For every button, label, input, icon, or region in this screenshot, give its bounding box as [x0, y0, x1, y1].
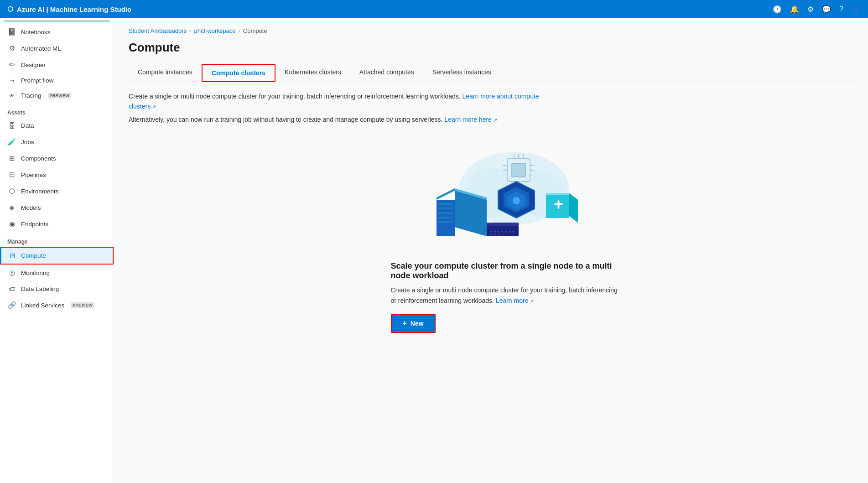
svg-rect-20 [438, 221, 453, 223]
description-1: Create a single or multi node compute cl… [129, 91, 539, 112]
page-title: Compute [129, 41, 853, 55]
gear-icon[interactable]: ⚙ [807, 5, 814, 14]
clock-icon[interactable]: 🕐 [773, 5, 782, 14]
svg-point-40 [494, 234, 496, 235]
sidebar-item-models[interactable]: ◈ Models [0, 199, 114, 216]
new-button-label: New [411, 320, 424, 327]
designer-icon: ✏ [7, 61, 16, 69]
data-icon: 🗄 [7, 122, 16, 130]
svg-point-34 [498, 231, 499, 233]
tab-serverless-instances[interactable]: Serverless instances [423, 64, 500, 82]
compute-icon: 🖥 [7, 252, 16, 260]
sidebar-item-jobs[interactable]: 🧪 Jobs [0, 134, 114, 150]
sidebar-item-compute[interactable]: 🖥 Compute [0, 247, 114, 265]
models-icon: ◈ [7, 203, 16, 212]
svg-rect-26 [546, 195, 569, 218]
svg-point-37 [509, 231, 510, 233]
tab-compute-instances[interactable]: Compute instances [129, 64, 202, 82]
sidebar-label-data-labeling: Data Labeling [21, 286, 59, 292]
sidebar-label-components: Components [21, 155, 56, 162]
svg-point-39 [490, 234, 492, 235]
sidebar-label-linked-services: Linked Services [21, 302, 64, 309]
sidebar-label-jobs: Jobs [21, 139, 34, 145]
sidebar-item-pipelines[interactable]: ⊟ Pipelines [0, 166, 114, 183]
illustration-section [129, 134, 853, 257]
tabs-container: Compute instances Compute clusters Kuber… [129, 64, 853, 82]
svg-point-41 [498, 234, 499, 235]
data-labeling-icon: 🏷 [7, 285, 16, 293]
sidebar-label-designer: Designer [21, 62, 46, 68]
sidebar-item-data-labeling[interactable]: 🏷 Data Labeling [0, 281, 114, 297]
breadcrumb-compute: Compute [243, 27, 267, 34]
svg-rect-31 [487, 223, 519, 226]
svg-rect-17 [438, 208, 453, 209]
learn-more-serverless-link[interactable]: Learn more here [444, 116, 497, 123]
new-button[interactable]: + New [391, 314, 436, 333]
monitoring-icon: ◎ [7, 269, 16, 277]
sidebar-item-monitoring[interactable]: ◎ Monitoring [0, 265, 114, 281]
sidebar-item-tracing[interactable]: 👁 Tracing PREVIEW [0, 88, 114, 103]
compute-illustration [400, 134, 582, 257]
cta-text: Create a single or multi node compute cl… [391, 285, 619, 306]
breadcrumb-phi3-workspace[interactable]: phi3-workspace [194, 27, 236, 34]
feedback-icon[interactable]: 💬 [822, 5, 831, 14]
pipelines-icon: ⊟ [7, 171, 16, 179]
sidebar-item-environments[interactable]: ⬡ Environments [0, 183, 114, 199]
sidebar-item-notebooks[interactable]: 📓 Notebooks [0, 24, 114, 40]
svg-rect-19 [438, 217, 453, 218]
linked-services-preview-badge: PREVIEW [71, 302, 94, 308]
tracing-preview-badge: PREVIEW [48, 93, 72, 99]
svg-marker-25 [546, 193, 569, 195]
scroll-indicator [4, 20, 110, 22]
bell-icon[interactable]: 🔔 [790, 5, 799, 14]
sidebar-label-pipelines: Pipelines [21, 171, 46, 178]
sidebar-item-components[interactable]: ⊞ Components [0, 150, 114, 166]
tab-compute-clusters[interactable]: Compute clusters [202, 64, 275, 82]
content-area: Student Ambassadors › phi3-workspace › C… [114, 18, 868, 483]
user-icon[interactable]: 👤 [852, 5, 861, 14]
assets-section-label: Assets [0, 103, 114, 118]
sidebar-label-endpoints: Endpoints [21, 221, 48, 228]
manage-section-label: Manage [0, 232, 114, 247]
sidebar-label-compute: Compute [21, 252, 46, 259]
components-icon: ⊞ [7, 154, 16, 162]
tab-kubernetes-clusters[interactable]: Kubernetes clusters [275, 64, 350, 82]
sidebar-label-models: Models [21, 204, 41, 211]
sidebar-label-prompt-flow: Prompt flow [21, 77, 53, 84]
plus-icon: + [403, 319, 407, 327]
tracing-icon: 👁 [7, 93, 16, 99]
sidebar-label-data: Data [21, 122, 34, 129]
cta-heading: Scale your compute cluster from a single… [391, 261, 619, 280]
jobs-icon: 🧪 [7, 138, 16, 146]
environments-icon: ⬡ [7, 187, 16, 195]
cta-learn-more-link[interactable]: Learn more [496, 297, 534, 304]
automatedml-icon: ⚙ [7, 44, 16, 52]
sidebar-label-automated-ml: Automated ML [21, 45, 61, 52]
sidebar: 📓 Notebooks ⚙ Automated ML ✏ Designer ⇢ … [0, 18, 114, 483]
svg-rect-16 [438, 203, 453, 205]
linked-services-icon: 🔗 [7, 301, 16, 309]
sidebar-label-monitoring: Monitoring [21, 270, 50, 276]
sidebar-label-environments: Environments [21, 188, 59, 195]
svg-marker-27 [569, 193, 578, 223]
azure-logo: ⬡ [7, 5, 13, 13]
sidebar-item-linked-services[interactable]: 🔗 Linked Services PREVIEW [0, 297, 114, 313]
svg-point-24 [513, 197, 520, 204]
sidebar-label-tracing: Tracing [21, 92, 42, 99]
sidebar-item-endpoints[interactable]: ◉ Endpoints [0, 216, 114, 232]
breadcrumb: Student Ambassadors › phi3-workspace › C… [129, 27, 853, 34]
sidebar-item-data[interactable]: 🗄 Data [0, 118, 114, 134]
promptflow-icon: ⇢ [7, 77, 16, 84]
sidebar-item-designer[interactable]: ✏ Designer [0, 57, 114, 73]
svg-rect-18 [438, 212, 453, 214]
help-icon[interactable]: ? [839, 5, 843, 13]
svg-point-35 [501, 231, 503, 233]
breadcrumb-student-ambassadors[interactable]: Student Ambassadors [129, 27, 187, 34]
main-layout: 📓 Notebooks ⚙ Automated ML ✏ Designer ⇢ … [0, 18, 868, 483]
sidebar-item-automated-ml[interactable]: ⚙ Automated ML [0, 40, 114, 57]
sidebar-item-prompt-flow[interactable]: ⇢ Prompt flow [0, 73, 114, 88]
tab-attached-computes[interactable]: Attached computes [350, 64, 423, 82]
topbar-actions: 🕐 🔔 ⚙ 💬 ? 👤 [773, 5, 861, 14]
svg-point-38 [512, 231, 514, 233]
cta-section: Scale your compute cluster from a single… [364, 261, 619, 333]
